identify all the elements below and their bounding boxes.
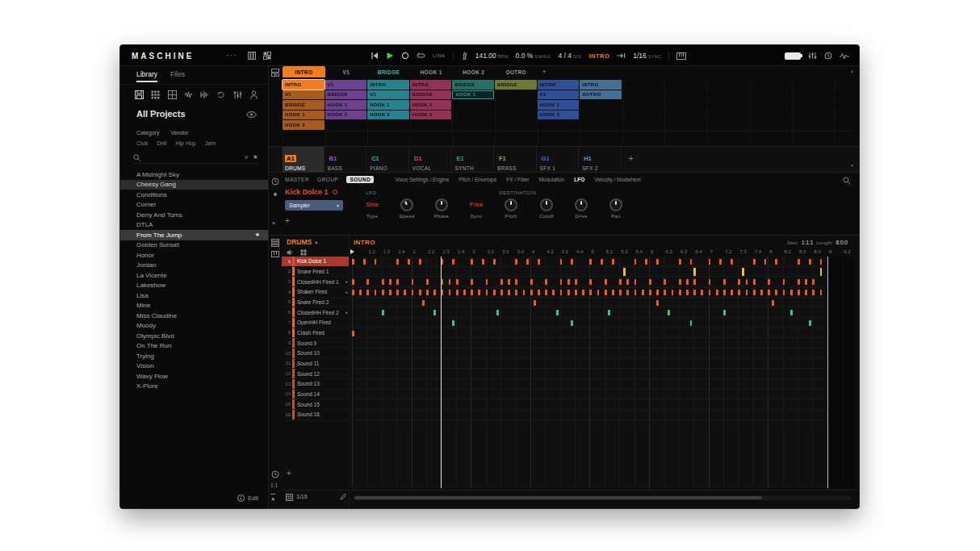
note-event[interactable] — [456, 290, 459, 295]
note-event[interactable] — [359, 290, 362, 295]
note-event[interactable] — [619, 279, 622, 285]
note-event[interactable] — [567, 290, 570, 295]
note-event[interactable] — [656, 300, 659, 306]
clip-C1-hook1[interactable]: HOOK 1 — [367, 100, 409, 110]
project-item[interactable]: Conditions — [120, 190, 268, 200]
fx-icon[interactable] — [233, 90, 242, 99]
note-event[interactable] — [515, 290, 517, 295]
note-event[interactable] — [738, 290, 740, 295]
note-event[interactable] — [690, 259, 693, 265]
note-event[interactable] — [496, 310, 499, 315]
signature-field[interactable]: 4 / 4 SIG — [558, 52, 581, 60]
project-item[interactable]: Mine — [120, 301, 268, 311]
pencil-edit-icon[interactable] — [340, 494, 346, 500]
tag-hiphop[interactable]: Hip Hop — [175, 140, 195, 146]
note-event[interactable] — [363, 259, 366, 265]
samples-icon[interactable] — [200, 90, 209, 99]
scene-tab-outro[interactable]: OUTRO — [495, 66, 538, 77]
clip-G1-hook2[interactable]: HOOK 2 — [538, 111, 580, 120]
level-tab-sound[interactable]: SOUND — [346, 176, 374, 183]
clip-G1-intro[interactable]: INTRO — [538, 80, 580, 90]
project-item[interactable]: Moody — [120, 321, 268, 332]
note-event[interactable] — [601, 259, 603, 265]
note-event[interactable] — [571, 320, 573, 326]
sound-name-row[interactable]: Kick Dolce 1 — [285, 188, 337, 196]
note-event[interactable] — [672, 290, 674, 295]
tempo-field[interactable]: 141.00 BPM — [475, 52, 509, 60]
project-item[interactable]: On The Run — [120, 341, 268, 352]
note-event[interactable] — [605, 279, 607, 285]
sound-row-11[interactable]: 11Sound 11 — [282, 359, 349, 369]
sound-row-1[interactable]: 1Kick Dolce 1 — [282, 257, 349, 267]
search-input[interactable] — [144, 154, 241, 161]
note-event[interactable] — [396, 290, 399, 295]
note-event[interactable] — [716, 290, 718, 295]
favorite-star-icon[interactable]: ★ — [255, 232, 260, 238]
clip-G1-hook1[interactable]: HOOK 1 — [538, 100, 580, 110]
note-event[interactable] — [545, 290, 547, 295]
note-event[interactable] — [679, 290, 681, 295]
drive-knob[interactable] — [575, 198, 588, 211]
clip-H1-outro[interactable]: OUTRO — [580, 90, 622, 100]
main-menu-icon[interactable]: ··· — [226, 50, 237, 60]
edit-control[interactable]: Edit — [237, 495, 258, 502]
note-event[interactable] — [426, 290, 429, 295]
project-item[interactable]: DTLA — [120, 220, 268, 231]
sync-value[interactable]: Free — [459, 198, 494, 211]
note-event[interactable] — [597, 290, 600, 295]
note-event[interactable] — [422, 300, 425, 306]
note-event[interactable] — [805, 279, 807, 285]
note-event[interactable] — [396, 279, 399, 285]
note-event[interactable] — [812, 279, 815, 285]
clip-B1-hook2[interactable]: HOOK 2 — [325, 111, 367, 120]
note-event[interactable] — [538, 259, 540, 265]
note-event[interactable] — [545, 279, 547, 285]
note-event[interactable] — [746, 279, 748, 285]
note-event[interactable] — [486, 290, 488, 295]
note-event[interactable] — [731, 259, 733, 265]
sound-row-10[interactable]: 10Sound 10 — [282, 349, 349, 359]
note-event[interactable] — [626, 290, 629, 295]
note-event[interactable] — [560, 259, 563, 265]
note-event[interactable] — [723, 310, 726, 315]
note-event[interactable] — [389, 279, 392, 285]
note-event[interactable] — [375, 290, 377, 295]
note-event[interactable] — [396, 259, 399, 265]
current-section-label[interactable]: INTRO — [588, 52, 609, 60]
note-event[interactable] — [812, 290, 815, 295]
clip-D1-hook1[interactable]: HOOK 1 — [410, 100, 452, 110]
loops-icon[interactable] — [216, 90, 225, 99]
project-item[interactable]: Cheesy Gang — [120, 180, 268, 190]
param-drive[interactable]: Drive — [563, 198, 599, 219]
note-event[interactable] — [508, 290, 510, 295]
sound-row-2[interactable]: 2Snare Fired 1 — [282, 267, 349, 278]
note-event[interactable] — [805, 290, 807, 295]
project-item[interactable]: Miss Claudine — [120, 311, 268, 321]
phase-knob[interactable] — [435, 198, 448, 211]
note-event[interactable] — [352, 290, 354, 295]
project-item[interactable]: Corner — [120, 200, 268, 211]
note-event[interactable] — [668, 310, 670, 315]
pattern-list-icon[interactable] — [271, 239, 279, 247]
note-event[interactable] — [552, 290, 555, 295]
note-event[interactable] — [382, 279, 384, 285]
note-event[interactable] — [783, 290, 785, 295]
note-event[interactable] — [471, 279, 473, 285]
note-event[interactable] — [366, 290, 369, 295]
note-event[interactable] — [634, 279, 637, 285]
note-event[interactable] — [500, 279, 503, 285]
note-event[interactable] — [433, 310, 436, 315]
clear-search-icon[interactable]: × — [245, 154, 249, 161]
param-cutoff[interactable]: Cutoff — [529, 198, 564, 219]
cpu-meter-icon[interactable] — [824, 52, 832, 60]
note-event[interactable] — [686, 290, 689, 295]
note-event[interactable] — [768, 279, 770, 285]
group-F1[interactable]: F1BRASS — [495, 147, 537, 173]
horizontal-scrollbar[interactable] — [354, 495, 851, 500]
sound-row-14[interactable]: 14Sound 14 — [282, 390, 349, 400]
length-value[interactable]: 8:0:0 — [836, 240, 848, 245]
note-event[interactable] — [701, 290, 703, 295]
note-event[interactable] — [419, 259, 421, 265]
mute-speaker-icon[interactable] — [287, 249, 294, 256]
grid-resolution[interactable]: 1/16 — [296, 494, 308, 499]
